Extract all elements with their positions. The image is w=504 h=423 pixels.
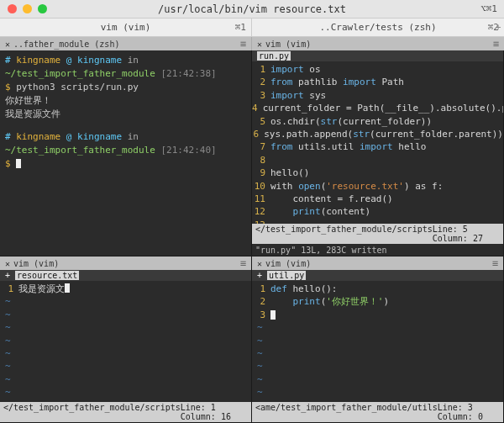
pane-header-label: vim (vim) [13, 259, 59, 268]
pane-status-right[interactable]: ✕ vim (vim) ≡ [252, 37, 504, 50]
vim-body[interactable]: 1import os 2from pathlib import Path 3im… [252, 61, 503, 233]
vim-filename-bar: run.py [252, 50, 503, 61]
menu-icon[interactable]: ≡ [240, 38, 246, 50]
prompt-line: # kingname @ kingname in ~/test_import_f… [5, 54, 246, 81]
window-titlebar: /usr/local/bin/vim resource.txt ⌥⌘1 [0, 0, 504, 19]
pane-header: ✕ vim (vim) ≡ [252, 256, 503, 270]
pane-status-right-label: vim (vim) [265, 40, 311, 49]
pane-terminal[interactable]: # kingname @ kingname in ~/test_import_f… [0, 50, 252, 256]
vim-filename-bar: + resource.txt [0, 270, 251, 281]
vim-tilde: ~ [0, 373, 251, 386]
pane-header: ✕ vim (vim) ≡ [0, 256, 251, 270]
panes-grid: # kingname @ kingname in ~/test_import_f… [0, 50, 504, 423]
cursor-icon [270, 310, 276, 320]
tab-left[interactable]: vim (vim) ⌘1 [0, 19, 252, 36]
menu-icon[interactable]: ≡ [492, 257, 498, 269]
vim-filename-bar: + util.py [252, 270, 503, 281]
terminal-output: # kingname @ kingname in ~/test_import_f… [0, 50, 251, 174]
vim-tilde: ~ [0, 360, 251, 373]
vim-tilde: ~ [252, 321, 503, 334]
close-pane-icon[interactable]: ✕ [257, 259, 265, 268]
command-line: $ python3 scripts/run.py [5, 81, 246, 94]
close-pane-icon[interactable]: ✕ [257, 40, 265, 49]
close-pane-icon[interactable]: ✕ [5, 40, 13, 49]
command-line[interactable]: $ [5, 157, 246, 171]
menu-icon[interactable]: ≡ [493, 38, 499, 50]
tab-left-label: vim (vim) [0, 22, 251, 33]
pane-status-row: ✕ ..father_module (zsh) ≡ ✕ vim (vim) ≡ [0, 37, 504, 50]
tab-left-shortcut: ⌘1 [235, 22, 246, 33]
pane-status-left[interactable]: ✕ ..father_module (zsh) ≡ [0, 37, 252, 50]
vim-tilde: ~ [0, 295, 251, 308]
vim-statusline: </test_import_father_module/scripts Line… [0, 402, 251, 422]
cursor-icon [16, 159, 21, 168]
output-line: 我是资源文件 [5, 108, 246, 121]
vim-statusline: </test_import_father_module/scripts Line… [252, 224, 503, 244]
vim-tilde: ~ [252, 335, 503, 347]
add-tab-icon[interactable]: + [491, 19, 504, 36]
vim-tilde: ~ [0, 347, 251, 360]
menu-icon[interactable]: ≡ [240, 257, 246, 269]
vim-tilde: ~ [0, 386, 251, 399]
close-pane-icon[interactable]: ✕ [5, 259, 13, 268]
cursor-icon [65, 283, 70, 293]
output-line: 你好世界！ [5, 94, 246, 108]
vim-tilde: ~ [0, 309, 251, 321]
pane-vim-resource[interactable]: ✕ vim (vim) ≡ + resource.txt 1我是资源文 ~ ~ … [0, 256, 252, 423]
vim-tilde: ~ [0, 321, 251, 334]
vim-statusline: <ame/test_import_father_module/utils Lin… [252, 402, 503, 422]
vim-tilde: ~ [252, 386, 503, 399]
tab-right-label: ..Crawler/tests (zsh) [252, 22, 504, 33]
vim-tilde: ~ [252, 347, 503, 360]
pane-vim-runpy[interactable]: run.py 1import os 2from pathlib import P… [252, 50, 504, 256]
prompt-line: # kingname @ kingname in ~/test_import_f… [5, 130, 246, 157]
vim-body[interactable]: 1def hello(): 2 print('你好世界！') 3 ~ ~ ~ ~… [252, 281, 503, 414]
pane-status-left-label: ..father_module (zsh) [13, 40, 119, 49]
vim-tilde: ~ [0, 335, 251, 347]
tab-right[interactable]: ..Crawler/tests (zsh) ⌘2 + [252, 19, 504, 36]
pane-vim-utilpy[interactable]: ✕ vim (vim) ≡ + util.py 1def hello(): 2 … [252, 256, 504, 423]
vim-tilde: ~ [252, 373, 503, 386]
window-title: /usr/local/bin/vim resource.txt [0, 3, 504, 15]
tab-row: vim (vim) ⌘1 ..Crawler/tests (zsh) ⌘2 + [0, 19, 504, 37]
vim-body[interactable]: 1我是资源文 ~ ~ ~ ~ ~ ~ ~ ~ [0, 281, 251, 401]
vim-message: "run.py" 13L, 283C written [252, 245, 503, 256]
vim-tilde: ~ [252, 360, 503, 373]
window-shortcut: ⌥⌘1 [480, 3, 497, 14]
pane-header-label: vim (vim) [265, 259, 311, 268]
